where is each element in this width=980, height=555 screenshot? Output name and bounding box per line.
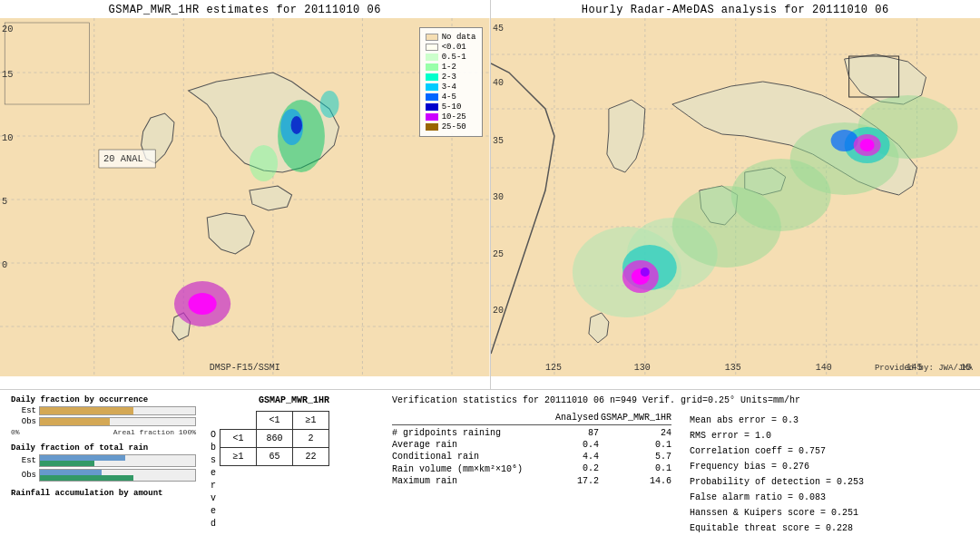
verification-title: Verification statistics for 20111010 06 …: [392, 395, 969, 405]
observed-vertical-label: O b s e r v e d: [211, 411, 216, 531]
empty-header: [392, 413, 544, 423]
contingency-table-section: GSMAP_MWR_1HR O b s e r v e d <1: [203, 395, 385, 550]
svg-rect-1: [5, 23, 89, 104]
axis-end: Areal fraction 100%: [113, 428, 196, 436]
col-lt1-header: <1: [257, 412, 293, 430]
stat-item: Correlation coeff = 0.757: [690, 444, 969, 459]
contingency-wrapper: O b s e r v e d <1 ≥1: [211, 411, 377, 531]
svg-text:20  ANAL: 20 ANAL: [103, 154, 143, 164]
divider: [392, 424, 671, 425]
occurrence-chart: Est Obs 0% Areal fraction 100%: [11, 406, 196, 436]
svg-point-18: [320, 91, 339, 118]
contingency-title: GSMAP_MWR_1HR: [211, 395, 377, 405]
right-map-svg: 45 40 35 30 25 20 125 130 135 140 145 15: [491, 18, 981, 376]
col-ge1-header: ≥1: [293, 412, 329, 430]
obs-rain-bottom: [40, 475, 133, 481]
est-rain-track: [39, 454, 196, 467]
row-ge1: ≥1 65 22: [220, 448, 329, 466]
jwa-label: Provided by: JWA/JMA: [875, 364, 973, 373]
scalar-stats-column: Mean abs error = 0.3RMS error = 1.0Corre…: [690, 413, 969, 537]
svg-text:130: 130: [633, 363, 650, 373]
est-occurrence-track: [39, 406, 196, 415]
legend-item-5-10: 5-10: [426, 102, 476, 112]
cell-01: 2: [293, 430, 329, 448]
svg-text:30: 30: [492, 192, 503, 202]
verification-section: Verification statistics for 20111010 06 …: [385, 395, 976, 550]
svg-text:10: 10: [2, 133, 13, 143]
right-map-title: Hourly Radar-AMeDAS analysis for 2011101…: [491, 0, 981, 18]
rain-title: Daily fraction of total rain: [11, 443, 196, 453]
bar-charts-section: Daily fraction by occurrence Est Obs 0%: [4, 395, 203, 550]
stat-item: Mean abs error = 0.3: [690, 414, 969, 428]
obs-occurrence-row: Obs: [11, 417, 196, 426]
metric-row: Maximum rain 17.2 14.6: [392, 476, 671, 486]
main-container: GSMAP_MWR_1HR estimates for 20111010 06: [0, 0, 980, 555]
right-map-panel: Hourly Radar-AMeDAS analysis for 2011101…: [491, 0, 981, 389]
metrics-rows: # gridpoints raining 87 24 Average rain …: [392, 428, 671, 486]
rain-chart: Est Obs: [11, 454, 196, 482]
metric-label: Average rain: [392, 440, 544, 450]
metric-row: Average rain 0.4 0.1: [392, 440, 671, 450]
left-map-panel: GSMAP_MWR_1HR estimates for 20111010 06: [0, 0, 491, 389]
legend-item-001: <0.01: [426, 43, 476, 52]
svg-text:45: 45: [492, 24, 503, 34]
left-map-canvas: 20 ANAL 20 15 10 5 0 No data: [0, 18, 490, 376]
svg-point-17: [250, 145, 278, 181]
svg-point-46: [830, 130, 858, 151]
legend-item-10-25: 10-25: [426, 112, 476, 122]
rainfall-title: Rainfall accumulation by amount: [11, 489, 196, 498]
stat-item: False alarm ratio = 0.083: [690, 491, 969, 505]
stat-item: Frequency bias = 0.276: [690, 460, 969, 474]
table-container: <1 ≥1 <1 860 2 ≥1 65 22: [220, 411, 329, 466]
svg-text:20: 20: [492, 306, 503, 316]
col-headers: Analysed GSMAP_MWR_1HR: [392, 413, 671, 423]
legend-item-25-50: 25-50: [426, 122, 476, 131]
metric-label: # gridpoints raining: [392, 428, 544, 438]
stat-item: Equitable threat score = 0.228: [690, 521, 969, 536]
stat-item: RMS error = 1.0: [690, 429, 969, 443]
obs-occurrence-fill: [40, 418, 110, 425]
right-map-canvas: 45 40 35 30 25 20 125 130 135 140 145 15…: [491, 18, 981, 376]
metric-val2: 0.1: [599, 440, 671, 450]
row-ge1-header: ≥1: [220, 448, 257, 466]
svg-text:0: 0: [2, 260, 7, 270]
svg-text:15: 15: [2, 70, 13, 80]
row-lt1-header: <1: [220, 430, 257, 448]
metric-label: Conditional rain: [392, 452, 544, 462]
legend-item-nodata: No data: [426, 33, 476, 42]
obs-rain-row: Obs: [11, 469, 196, 482]
est-occurrence-fill: [40, 407, 133, 414]
legend-item-3-4: 3-4: [426, 83, 476, 92]
dmsp-label: DMSP-F15/SSMI: [210, 363, 280, 373]
metric-val2: 14.6: [599, 476, 671, 486]
legend-item-4-5: 4-5: [426, 92, 476, 102]
est-label: Est: [11, 406, 36, 415]
contingency-grid: <1 ≥1 <1 860 2 ≥1 65 22: [220, 411, 329, 466]
est-rain-bottom: [40, 461, 94, 466]
metric-val1: 4.4: [544, 452, 599, 462]
est-occurrence-row: Est: [11, 406, 196, 415]
svg-text:125: 125: [544, 363, 561, 373]
obs-label: Obs: [11, 417, 36, 426]
legend-item-1-2: 1-2: [426, 63, 476, 72]
occurrence-title: Daily fraction by occurrence: [11, 395, 196, 404]
analysed-header: Analysed: [544, 413, 599, 423]
metric-row: Conditional rain 4.4 5.7: [392, 452, 671, 462]
svg-text:40: 40: [492, 78, 503, 88]
svg-point-14: [291, 116, 302, 134]
metric-label: Rain volume (mm×km²×10⁶): [392, 463, 544, 474]
metric-val2: 0.1: [599, 463, 671, 474]
metric-val1: 17.2: [544, 476, 599, 486]
empty-cell: [220, 412, 257, 430]
svg-text:20: 20: [2, 24, 13, 34]
stat-item: Probability of detection = 0.253: [690, 475, 969, 490]
obs-rain-label: Obs: [11, 471, 36, 480]
svg-text:135: 135: [724, 363, 740, 373]
left-map-legend: No data <0.01 0.5-1 1-2: [419, 27, 483, 137]
svg-text:5: 5: [2, 197, 7, 207]
right-stats-block: Mean abs error = 0.3RMS error = 1.0Corre…: [690, 414, 969, 536]
legend-item-2-3: 2-3: [426, 73, 476, 82]
metric-row: Rain volume (mm×km²×10⁶) 0.2 0.1: [392, 463, 671, 474]
svg-text:35: 35: [492, 136, 503, 146]
metric-val2: 5.7: [599, 452, 671, 462]
